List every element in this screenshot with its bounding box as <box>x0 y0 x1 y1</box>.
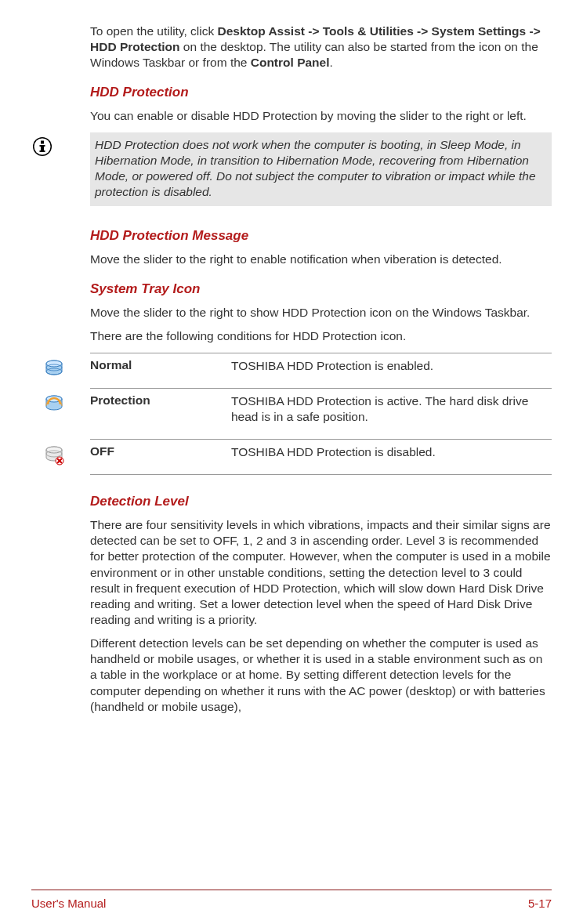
table-label: OFF <box>90 444 231 458</box>
intro-paragraph: To open the utility, click Desktop Assis… <box>90 24 552 71</box>
icon-conditions-table: Normal TOSHIBA HDD Protection is enabled… <box>31 353 552 476</box>
para-detection-level-2: Different detection levels can be set de… <box>90 636 552 715</box>
table-row: Normal TOSHIBA HDD Protection is enabled… <box>90 353 552 388</box>
svg-rect-2 <box>41 140 44 143</box>
table-row: Protection TOSHIBA HDD Protection is act… <box>90 388 552 439</box>
heading-system-tray-icon: System Tray Icon <box>90 281 552 297</box>
content-area: To open the utility, click Desktop Assis… <box>90 24 552 715</box>
note-text: HDD Protection does not work when the co… <box>90 132 552 207</box>
table-desc: TOSHIBA HDD Protection is active. The ha… <box>231 393 552 425</box>
page-footer: User's Manual 5-17 <box>31 890 552 910</box>
intro-bold-2: Control Panel <box>251 56 330 69</box>
hdd-off-icon <box>43 444 65 466</box>
table-row: OFF TOSHIBA HDD Protection is disabled. <box>90 439 552 475</box>
intro-suffix: . <box>330 56 333 69</box>
note-block: HDD Protection does not work when the co… <box>31 132 552 207</box>
heading-hdd-protection-message: HDD Protection Message <box>90 228 552 244</box>
table-label: Protection <box>90 393 231 408</box>
hdd-protection-icon <box>43 393 65 415</box>
table-desc: TOSHIBA HDD Protection is enabled. <box>231 358 552 374</box>
svg-rect-4 <box>40 145 45 147</box>
intro-prefix: To open the utility, click <box>90 24 218 38</box>
para-hdd-protection: You can enable or disable HDD Protection… <box>90 108 552 124</box>
heading-detection-level: Detection Level <box>90 494 552 509</box>
heading-hdd-protection: HDD Protection <box>90 85 552 100</box>
footer-right: 5-17 <box>528 897 552 910</box>
hdd-normal-icon <box>43 358 65 380</box>
table-desc: TOSHIBA HDD Protection is disabled. <box>231 444 552 460</box>
document-page: To open the utility, click Desktop Assis… <box>0 0 583 878</box>
svg-point-7 <box>46 361 62 367</box>
info-icon <box>31 132 90 158</box>
svg-rect-5 <box>40 150 45 152</box>
svg-point-13 <box>46 447 62 453</box>
table-label: Normal <box>90 358 231 372</box>
para-system-tray-2: There are the following conditions for H… <box>90 328 552 344</box>
para-hdd-protection-message: Move the slider to the right to enable n… <box>90 252 552 267</box>
para-system-tray-1: Move the slider to the right to show HDD… <box>90 305 552 321</box>
para-detection-level-1: There are four sensitivity levels in whi… <box>90 517 552 628</box>
footer-left: User's Manual <box>31 897 106 910</box>
